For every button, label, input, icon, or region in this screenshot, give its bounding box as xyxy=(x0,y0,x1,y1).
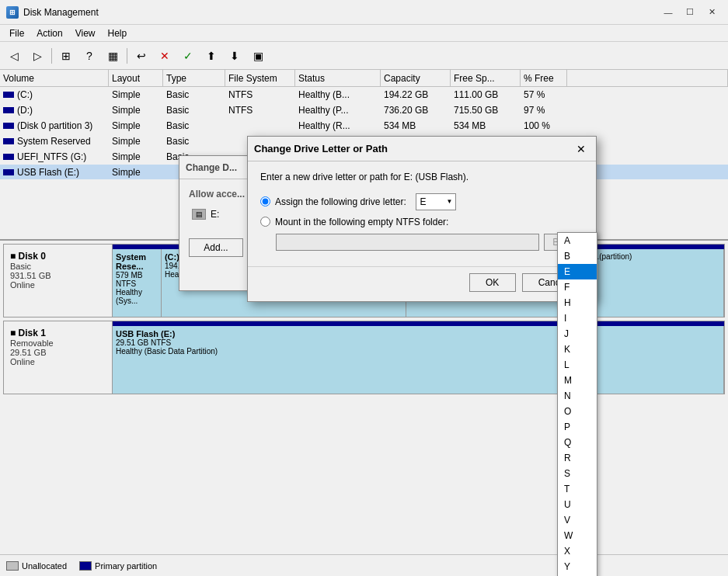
dropdown-item-y[interactable]: Y xyxy=(558,559,597,574)
dropdown-item-r[interactable]: R xyxy=(558,450,597,466)
radio-row-mount: Mount in the following empty NTFS folder… xyxy=(260,217,583,227)
dialog-description: Enter a new drive letter or path for E: … xyxy=(260,171,583,184)
dialog-overlay: Change D... Allow acce... ▤ E: Add... Ch… xyxy=(0,0,728,576)
dropdown-item-k[interactable]: K xyxy=(558,342,597,357)
radio-mount[interactable] xyxy=(260,217,270,227)
drive-letter-dropdown[interactable]: E ▼ xyxy=(416,193,456,210)
dropdown-item-e[interactable]: E xyxy=(558,264,597,279)
dropdown-item-o[interactable]: O xyxy=(558,404,597,419)
ntfs-folder-input[interactable] xyxy=(276,234,539,251)
radio-assign-label: Assign the following drive letter: xyxy=(275,196,406,207)
dialog-main-title: Change Drive Letter or Path ✕ xyxy=(248,137,596,161)
dropdown-item-q[interactable]: Q xyxy=(558,435,597,450)
dropdown-item-p[interactable]: P xyxy=(558,419,597,435)
dropdown-item-m[interactable]: M xyxy=(558,373,597,388)
drive-label: E: xyxy=(211,209,219,220)
dropdown-item-s[interactable]: S xyxy=(558,466,597,481)
dropdown-item-l[interactable]: L xyxy=(558,357,597,373)
selected-letter: E xyxy=(420,196,426,207)
drive-icon: ▤ xyxy=(192,209,206,220)
dropdown-item-j[interactable]: J xyxy=(558,326,597,342)
main-ok-button[interactable]: OK xyxy=(469,273,516,292)
add-button[interactable]: Add... xyxy=(189,238,243,257)
dropdown-item-f[interactable]: F xyxy=(558,279,597,295)
dropdown-item-t[interactable]: T xyxy=(558,481,597,497)
drive-letter-dropdown-list: A B E F H I J K L M N O P Q R S T U V W … xyxy=(557,232,597,576)
dropdown-item-u[interactable]: U xyxy=(558,497,597,512)
dropdown-item-w[interactable]: W xyxy=(558,528,597,543)
dropdown-chevron: ▼ xyxy=(447,198,453,205)
dropdown-item-v[interactable]: V xyxy=(558,512,597,528)
dropdown-item-n[interactable]: N xyxy=(558,388,597,404)
ntfs-input-row: Bro... xyxy=(276,234,583,251)
dialog-footer: OK Cancel xyxy=(248,266,596,301)
dialog-main: Change Drive Letter or Path ✕ Enter a ne… xyxy=(247,136,597,302)
radio-assign[interactable] xyxy=(260,196,270,206)
dropdown-item-x[interactable]: X xyxy=(558,543,597,559)
radio-group: Assign the following drive letter: E ▼ M… xyxy=(260,193,583,251)
radio-row-assign: Assign the following drive letter: E ▼ xyxy=(260,193,583,210)
dialog-close-button[interactable]: ✕ xyxy=(573,141,590,158)
dialog-main-body: Enter a new drive letter or path for E: … xyxy=(248,161,596,266)
dropdown-item-i[interactable]: I xyxy=(558,311,597,326)
dropdown-item-a[interactable]: A xyxy=(558,233,597,248)
radio-mount-label: Mount in the following empty NTFS folder… xyxy=(275,217,448,227)
dropdown-item-b[interactable]: B xyxy=(558,248,597,264)
dropdown-item-h[interactable]: H xyxy=(558,295,597,311)
